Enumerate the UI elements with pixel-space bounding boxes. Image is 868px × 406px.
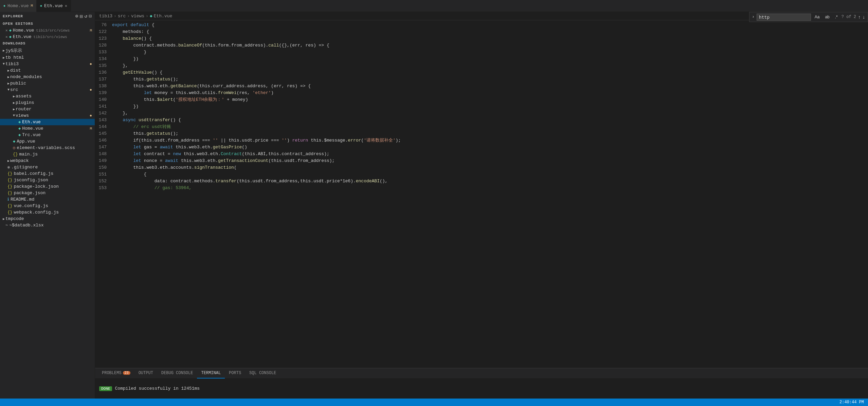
case-sensitive-btn[interactable]: Aa: [813, 14, 821, 20]
chevron-right-icon: ▶: [3, 49, 5, 53]
open-editor-eth-vue[interactable]: ✕ ◆ Eth.vue tibi3/src/views: [0, 34, 95, 40]
whole-word-btn[interactable]: ab: [823, 14, 831, 20]
search-input[interactable]: [757, 14, 811, 21]
code-line-133: 133 }: [95, 49, 868, 56]
sidebar-eth-vue[interactable]: ◆ Eth.vue: [0, 119, 95, 125]
terminal-content: DONE Compiled successfully in 12451ms: [95, 379, 868, 399]
explorer-header[interactable]: EXPLORER ⊕ ▤ ↺ ⊟: [0, 12, 95, 20]
chevron-right-node: ▶: [7, 75, 10, 79]
sidebar-webpack-config[interactable]: {} webpack.config.js: [0, 209, 95, 216]
package-lock-label: package-lock.json: [14, 184, 59, 189]
tab-home-vue-modified: M: [31, 4, 33, 8]
panel-tab-debug[interactable]: DEBUG CONSOLE: [157, 368, 197, 379]
file-icon-datadb: ~: [5, 223, 8, 228]
jsconfig-label: jsconfig.json: [14, 178, 48, 183]
panel-tabs: PROBLEMS 23 OUTPUT DEBUG CONSOLE TERMINA…: [95, 368, 868, 379]
app-vue-label: App.vue: [17, 139, 35, 144]
breadcrumb-src: src: [118, 14, 126, 19]
panel-tab-terminal[interactable]: TERMINAL: [197, 368, 225, 379]
new-file-icon[interactable]: ⊕: [75, 13, 78, 19]
regex-btn[interactable]: .*: [833, 14, 839, 20]
package-label: package.json: [14, 190, 46, 196]
chevron-down-src: ▼: [7, 88, 10, 92]
code-line-149: 149 let nonce = await this.web3.eth.getT…: [95, 158, 868, 164]
panel-tab-ports[interactable]: PORTS: [225, 368, 245, 379]
sidebar-tibi3[interactable]: ▼ tibi3 ●: [0, 61, 95, 67]
panel-tab-output[interactable]: OUTPUT: [134, 368, 157, 379]
public-label: public: [10, 81, 26, 86]
gitignore-icon: ◉: [7, 165, 10, 170]
breadcrumb-file: Eth.vue: [154, 14, 173, 19]
sidebar-readme[interactable]: ℹ README.md: [0, 196, 95, 203]
sidebar-home-vue[interactable]: ◆ Home.vue M: [0, 125, 95, 132]
sidebar-vue-config[interactable]: {} vue.config.js: [0, 203, 95, 209]
open-editor-home-vue-label: Home.vue: [13, 28, 34, 33]
sidebar-downloads-jys[interactable]: ▶ jy5示示: [0, 47, 95, 54]
sidebar-package[interactable]: {} package.json: [0, 190, 95, 196]
code-container[interactable]: 76 export default { 122 methods: { 123 b…: [95, 20, 868, 368]
babel-label: babel.config.js: [14, 171, 53, 176]
close-home-vue-icon[interactable]: ✕: [5, 28, 8, 33]
vue-config-label: vue.config.js: [14, 203, 48, 208]
sidebar-public[interactable]: ▶ public: [0, 80, 95, 87]
open-editor-eth-path: tibi3/src/views: [33, 35, 67, 39]
code-line-153: 153 // gas: 53964,: [95, 185, 868, 191]
downloads-header[interactable]: DOWNLOADS: [0, 40, 95, 47]
sidebar-src[interactable]: ▼ src ●: [0, 87, 95, 93]
chevron-right-dist: ▶: [7, 69, 10, 73]
sidebar-downloads-tb[interactable]: ▶ tb html: [0, 54, 95, 61]
sidebar-tmpcode[interactable]: ▶ tmpcode: [0, 216, 95, 222]
open-editors-header[interactable]: OPEN EDITORS: [0, 20, 95, 27]
code-line-128: 128 contract.methods.balanceOf(this.form…: [95, 42, 868, 49]
open-editor-eth-vue-label: Eth.vue: [13, 34, 32, 39]
output-label: OUTPUT: [139, 371, 153, 375]
close-eth-vue-icon[interactable]: ✕: [5, 35, 8, 39]
breadcrumb-sep3: ›: [146, 14, 148, 19]
refresh-icon[interactable]: ↺: [84, 13, 87, 19]
sidebar-router[interactable]: ▶ router: [0, 106, 95, 112]
sidebar-plugins[interactable]: ▶ plugins: [0, 99, 95, 106]
panel-tab-sql[interactable]: SQL CONSOLE: [245, 368, 280, 379]
search-count: ? of 2: [842, 15, 856, 19]
open-editor-home-vue[interactable]: ✕ ◆ Home.vue tibi3/src/views M: [0, 27, 95, 34]
sidebar-node-modules[interactable]: ▶ node_modules: [0, 74, 95, 80]
chevron-right-plugins: ▶: [13, 101, 15, 105]
sidebar-main-js[interactable]: {} main.js: [0, 151, 95, 158]
sidebar-webpack[interactable]: ▶ webpack: [0, 158, 95, 164]
search-next-btn[interactable]: ↓: [863, 14, 865, 20]
code-line-138: 138 this.web3.eth.getBalance(this.curr_a…: [95, 83, 868, 90]
code-line-151: 151 {: [95, 171, 868, 178]
tab-home-vue[interactable]: ◆ Home.vue M: [0, 0, 37, 12]
code-line-134: 134 }): [95, 56, 868, 62]
search-prev-btn[interactable]: ↑: [858, 14, 861, 20]
tab-eth-vue[interactable]: ◆ Eth.vue ✕: [37, 0, 71, 12]
sidebar-element-vars[interactable]: ◎ element-variables.scss: [0, 145, 95, 151]
tab-home-vue-label: Home.vue: [7, 3, 29, 8]
tab-eth-vue-close[interactable]: ✕: [65, 3, 67, 8]
eth-vue-tree-label: Eth.vue: [22, 119, 41, 125]
sidebar-gitignore[interactable]: ◉ .gitignore: [0, 164, 95, 170]
debug-label: DEBUG CONSOLE: [161, 371, 193, 375]
sidebar-package-lock[interactable]: {} package-lock.json: [0, 183, 95, 190]
sidebar-trc-vue[interactable]: ◆ Trc.vue: [0, 132, 95, 138]
terminal-label: TERMINAL: [201, 371, 221, 375]
views-label: views: [16, 113, 29, 118]
panel-tab-problems[interactable]: PROBLEMS 23: [98, 368, 134, 379]
sidebar-views[interactable]: ▼ views ●: [0, 112, 95, 119]
sidebar-babel[interactable]: {} babel.config.js: [0, 170, 95, 177]
new-folder-icon[interactable]: ▤: [80, 13, 83, 19]
sidebar-app-vue[interactable]: ◆ App.vue: [0, 138, 95, 145]
chevron-right-webpack: ▶: [7, 159, 10, 163]
src-modified-dot: ●: [90, 88, 92, 92]
sidebar-dist[interactable]: ▶ dist: [0, 67, 95, 74]
breadcrumb-views: views: [131, 14, 144, 19]
code-line-145: 145 this.getstatus();: [95, 130, 868, 137]
sidebar-assets[interactable]: ▶ assets: [0, 93, 95, 99]
sidebar-datadb[interactable]: ▶ ~ ~$datadb.xlsx: [0, 222, 95, 228]
open-editors-label: OPEN EDITORS: [3, 22, 33, 26]
collapse-icon[interactable]: ⊟: [89, 13, 92, 19]
sidebar-jsconfig[interactable]: {} jsconfig.json: [0, 177, 95, 183]
vue-icon-trc-tree: ◆: [18, 132, 21, 137]
json-icon-js: {}: [7, 178, 12, 183]
router-label: router: [16, 107, 32, 112]
